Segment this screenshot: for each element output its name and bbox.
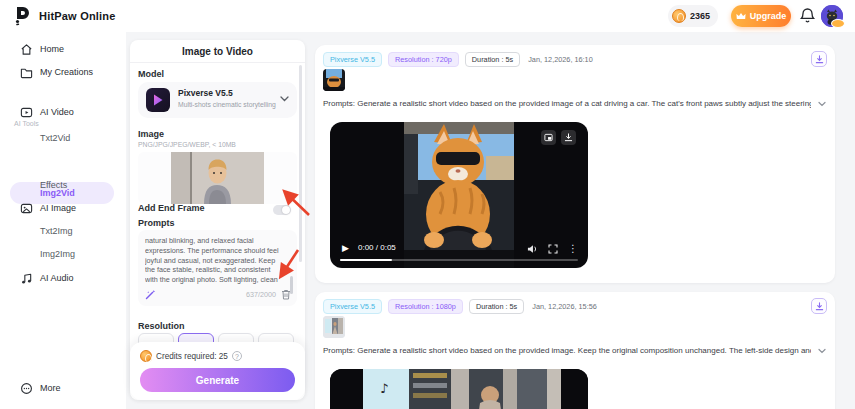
timestamp: Jan, 12,2026, 16:10 <box>528 55 593 64</box>
panel-title: Image to Video <box>130 46 305 57</box>
hitpaw-logo-icon <box>13 5 33 26</box>
uploaded-boy-photo <box>171 152 264 204</box>
timestamp: Jan, 12,2026, 15:56 <box>532 302 597 311</box>
sidebar-item-ai-video[interactable]: AI Video <box>0 103 126 121</box>
image-upload-preview[interactable] <box>138 152 297 204</box>
sidebar-item-home[interactable]: Home <box>0 40 126 58</box>
sidebar-label-my-creations: My Creations <box>40 67 93 77</box>
download-result-button[interactable] <box>811 51 827 67</box>
resolution-badge: Resolution : 1080p <box>388 299 463 314</box>
result-meta-row: Pixverse V5.5 Resolution : 1080p Duratio… <box>323 299 597 314</box>
sidebar-item-more[interactable]: More <box>0 379 126 397</box>
sidebar-item-ai-audio[interactable]: AI Audio <box>0 269 126 287</box>
volume-icon[interactable] <box>527 244 538 254</box>
more-icon <box>20 382 33 395</box>
sidebar-label-img2img: Img2Img <box>40 249 75 259</box>
panel-scrollbar[interactable] <box>299 65 302 262</box>
sidebar-label-ai-video: AI Video <box>40 107 74 117</box>
coin-icon <box>140 350 152 362</box>
sidebar-section-ai-tools: AI Tools <box>14 120 39 127</box>
model-label: Model <box>138 69 164 79</box>
duration-badge: Duration : 5s <box>469 299 524 314</box>
resolution-badge: Resolution : 720p <box>388 52 459 67</box>
app-logo[interactable]: HitPaw Online <box>13 5 116 26</box>
model-badge: Pixverse V5.5 <box>323 52 382 67</box>
model-selector[interactable]: Pixverse V5.5 Multi-shots cinematic stor… <box>138 82 297 118</box>
result-prompt-text: Prompts: Generate a realistic short vide… <box>323 346 811 357</box>
source-image-thumbnail[interactable] <box>323 316 345 338</box>
progress-bar[interactable] <box>340 259 578 262</box>
video-player[interactable]: ▶ 0:00 / 0:05 ⋮ <box>330 122 588 268</box>
sidebar-item-effects[interactable]: Effects <box>0 176 126 194</box>
add-end-frame-label: Add End Frame <box>138 203 205 213</box>
sidebar-item-my-creations[interactable]: My Creations <box>0 63 126 81</box>
source-image-thumbnail[interactable] <box>323 69 345 91</box>
picture-in-picture-icon[interactable] <box>541 130 556 145</box>
sidebar-item-txt2vid[interactable]: Txt2Vid <box>0 129 126 147</box>
vip-badge-icon <box>831 19 845 28</box>
ai-video-icon <box>20 106 33 119</box>
playback-time: 0:00 / 0:05 <box>358 243 396 252</box>
player-menu-icon[interactable]: ⋮ <box>568 244 578 254</box>
image-label: Image <box>138 129 164 139</box>
download-icon <box>815 55 824 64</box>
image-to-video-panel: Image to Video Model Pixverse V5.5 Multi… <box>130 40 305 400</box>
resolution-label: Resolution <box>138 321 185 331</box>
sidebar-item-ai-image[interactable]: AI Image <box>0 199 126 217</box>
duration-badge: Duration : 5s <box>465 52 520 67</box>
trash-icon[interactable] <box>281 289 291 300</box>
svg-text:♪: ♪ <box>380 381 388 396</box>
tiktok-page-video-frame: ♪ <box>330 369 588 409</box>
upgrade-label: Upgrade <box>750 11 787 21</box>
panel-divider <box>130 62 305 63</box>
ai-image-icon <box>20 202 33 215</box>
user-avatar[interactable] <box>821 5 843 27</box>
credits-count: 2365 <box>690 11 710 21</box>
character-counter: 637/2000 <box>246 290 276 299</box>
panel-footer: Credits required: 25 ? Generate <box>130 342 305 400</box>
image-format-hint: PNG/JPG/JPEG/WEBP, < 10MB <box>138 141 236 148</box>
sidebar-label-home: Home <box>40 44 64 54</box>
expand-prompt-chevron-icon[interactable] <box>817 99 827 109</box>
sidebar: Home My Creations AI Tools AI Video Txt2… <box>0 32 126 409</box>
download-result-button[interactable] <box>811 298 827 314</box>
result-prompt-text: Prompts: Generate a realistic short vide… <box>323 99 811 110</box>
notifications-bell-icon[interactable] <box>799 7 816 24</box>
sidebar-label-effects: Effects <box>40 180 67 190</box>
crown-icon <box>736 12 746 20</box>
download-video-icon[interactable] <box>561 130 576 145</box>
result-meta-row: Pixverse V5.5 Resolution : 720p Duration… <box>323 52 593 67</box>
sidebar-label-ai-audio: AI Audio <box>40 273 74 283</box>
sidebar-label-txt2vid: Txt2Vid <box>40 133 70 143</box>
credits-balance[interactable]: 2365 <box>668 5 718 27</box>
app-window: HitPaw Online 2365 Upgrade <box>0 0 855 409</box>
prompt-text: natural blinking, and relaxed facial exp… <box>145 236 283 286</box>
chevron-down-icon <box>280 96 289 102</box>
model-badge: Pixverse V5.5 <box>323 299 382 314</box>
video-player[interactable]: ♪ <box>330 369 588 409</box>
model-name: Pixverse V5.5 <box>178 88 233 98</box>
home-icon <box>20 43 33 56</box>
credits-required-text: Credits required: 25 <box>156 352 228 361</box>
sidebar-label-txt2img: Txt2Img <box>40 226 73 236</box>
cat-driving-video-frame <box>404 122 514 268</box>
sidebar-item-img2img[interactable]: Img2Img <box>0 245 126 263</box>
play-button[interactable]: ▶ <box>342 243 349 253</box>
help-icon[interactable]: ? <box>232 351 242 361</box>
progress-fill <box>340 259 392 262</box>
expand-prompt-chevron-icon[interactable] <box>817 346 827 356</box>
result-card-2: Pixverse V5.5 Resolution : 1080p Duratio… <box>315 292 835 409</box>
sidebar-label-ai-image: AI Image <box>40 203 76 213</box>
credits-required-row: Credits required: 25 ? <box>140 350 242 362</box>
model-description: Multi-shots cinematic storytelling <box>178 101 276 108</box>
upgrade-button[interactable]: Upgrade <box>731 5 791 27</box>
coin-icon <box>672 9 686 23</box>
add-end-frame-toggle[interactable] <box>273 205 291 215</box>
magic-wand-icon[interactable] <box>145 289 156 300</box>
pixverse-logo-icon <box>146 88 170 112</box>
prompt-textarea[interactable]: natural blinking, and relaxed facial exp… <box>138 230 297 306</box>
generate-button[interactable]: Generate <box>140 368 295 392</box>
fullscreen-icon[interactable] <box>548 244 558 254</box>
sidebar-item-txt2img[interactable]: Txt2Img <box>0 222 126 240</box>
top-header: HitPaw Online 2365 Upgrade <box>0 0 855 32</box>
